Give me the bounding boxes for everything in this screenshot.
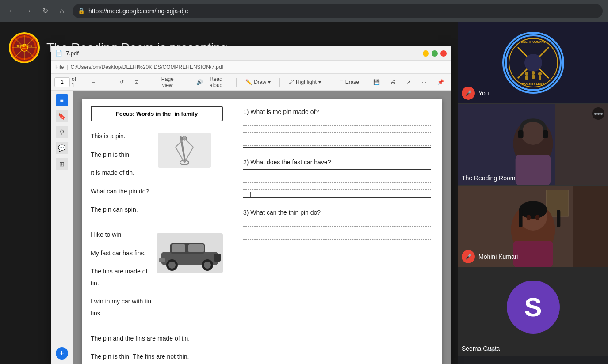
more-tools-button[interactable]: ⋯ <box>418 78 430 87</box>
svg-rect-26 <box>214 254 221 262</box>
url-text: https://meet.google.com/ing-xgja-dje <box>88 8 188 15</box>
forward-button[interactable]: → <box>22 5 34 17</box>
read-aloud-button[interactable]: 🔊 Read aloud <box>193 75 231 90</box>
answer-line-q3-solid-2 <box>243 248 431 248</box>
sidebar-page-view-icon[interactable]: ≡ <box>56 94 68 106</box>
mic-off-icon-mohini: 🎤 <box>465 254 472 260</box>
svg-rect-27 <box>159 258 165 262</box>
zoom-in-button[interactable]: + <box>102 78 112 87</box>
answer-line-q3-solid <box>243 220 431 220</box>
svg-rect-20 <box>188 244 204 252</box>
poem-paragraph-1: This is a pin. The pin is thin. It is ma… <box>91 130 149 222</box>
sidebar-bookmark-icon[interactable]: 🔖 <box>56 110 68 122</box>
svg-point-37 <box>532 71 535 75</box>
seema-avatar: S <box>507 281 560 334</box>
read-aloud-icon: 🔊 <box>196 79 203 85</box>
mic-off-icon-you: 🎤 <box>465 90 472 96</box>
highlight-button[interactable]: 🖊 Highlight ▾ <box>285 78 325 87</box>
maximize-button[interactable] <box>432 50 438 57</box>
svg-line-13 <box>184 138 193 147</box>
erase-icon: ◻ <box>339 79 344 85</box>
svg-text:HOCKEY LEGS: HOCKEY LEGS <box>522 82 544 85</box>
meet-layout: THE READING ROOM The Reading Room is pre… <box>0 22 458 364</box>
participant-tile-seema: S Seema Gupta <box>458 267 608 356</box>
page-number-input[interactable] <box>54 77 70 87</box>
question-3-text: 3) What can the thin pin do? <box>243 209 431 216</box>
poem-line-10: The pin and the fins are made of tin. <box>91 333 223 345</box>
sidebar-add-button[interactable]: + <box>56 347 68 360</box>
poem-line-8: The fins are made of tin. <box>91 265 152 289</box>
svg-text:ONE THOUSAND: ONE THOUSAND <box>520 40 546 43</box>
file-label: File <box>55 64 64 70</box>
pdf-viewer: 📄 7.pdf File | C:/Users/om/Desktop/DELHI… <box>51 46 451 364</box>
home-button[interactable]: ⌂ <box>56 5 68 17</box>
pdf-icon: 📄 <box>55 50 62 57</box>
poem-line-4: What can the pin do? <box>91 186 149 197</box>
rotate-button[interactable]: ↺ <box>116 78 127 87</box>
doc-left-panel: Focus: Words in the -in family This is a… <box>82 99 232 364</box>
print-button[interactable]: 🖨 <box>387 78 399 87</box>
answer-line-q3-dot-1 <box>243 221 431 227</box>
sidebar-layers-icon[interactable]: ⊞ <box>56 158 68 170</box>
pin-button[interactable]: 📌 <box>434 78 447 87</box>
answer-line-q2-dot-3 <box>243 184 431 190</box>
participants-panel: ONE THOUSAND HOCKEY LEGS 🎤 <box>458 22 608 364</box>
page-of-label: of 1 <box>72 76 77 88</box>
answer-line-q1-dot-4 <box>243 140 431 146</box>
answer-line-q3-dot-2 <box>243 228 431 233</box>
svg-rect-46 <box>518 130 524 138</box>
pdf-page: Focus: Words in the -in family This is a… <box>73 91 451 364</box>
back-button[interactable]: ← <box>5 5 18 17</box>
poem-line-3: It is made of tin. <box>91 167 149 179</box>
poem-line-11: The pin is thin. The fins are not thin. <box>91 351 223 363</box>
answer-line-q3-dot-4 <box>243 241 431 246</box>
svg-rect-40 <box>539 76 541 80</box>
fit-button[interactable]: ⊡ <box>131 78 142 87</box>
svg-rect-60 <box>513 240 553 267</box>
svg-rect-47 <box>543 130 548 138</box>
reading-room-video <box>458 104 608 185</box>
svg-point-58 <box>527 215 531 220</box>
pdf-titlebar-left: 📄 7.pdf <box>55 50 79 57</box>
answer-line-q1-solid <box>243 119 431 119</box>
close-button[interactable] <box>440 50 447 57</box>
toolbar-separator-3 <box>187 78 187 87</box>
options-button-seema[interactable] <box>487 349 496 351</box>
answer-line-q2-solid <box>243 169 431 170</box>
poem-line-1: This is a pin. <box>91 130 149 142</box>
svg-point-35 <box>525 72 528 76</box>
svg-point-39 <box>538 72 542 76</box>
zoom-out-button[interactable]: − <box>88 78 99 87</box>
erase-button[interactable]: ◻ Erase <box>336 78 363 87</box>
sidebar-comment-icon[interactable]: 💬 <box>56 142 68 154</box>
address-bar[interactable]: 🔒 https://meet.google.com/ing-xgja-dje <box>73 4 603 18</box>
meet-logo: THE READING ROOM <box>9 32 40 63</box>
participant-name-you: You <box>478 90 489 97</box>
svg-line-14 <box>184 147 193 163</box>
toolbar-separator-6 <box>330 78 330 87</box>
draw-button[interactable]: ✏️ Draw ▾ <box>242 78 274 87</box>
minimize-button[interactable] <box>423 50 429 57</box>
pin-image <box>158 133 211 168</box>
options-button-reading-room[interactable] <box>592 107 604 120</box>
save-pdf-button[interactable]: 💾 <box>370 78 383 87</box>
refresh-button[interactable]: ↻ <box>39 5 51 17</box>
toolbar-separator-5 <box>279 78 280 87</box>
doc-right-panel: 1) What is the pin made of? 2) What does… <box>232 99 442 364</box>
share-button[interactable]: ↗ <box>403 78 414 87</box>
question-2: 2) What does the fast car have? | <box>243 159 431 198</box>
muted-badge-mohini: 🎤 <box>462 250 475 263</box>
page-view-button[interactable]: Page view <box>153 75 182 90</box>
svg-rect-51 <box>573 186 608 267</box>
svg-point-59 <box>535 215 539 220</box>
question-1-text: 1) What is the pin made of? <box>243 108 431 115</box>
sidebar-search-icon[interactable]: ⚲ <box>56 126 68 138</box>
toolbar-separator-1 <box>83 78 83 87</box>
svg-point-32 <box>524 54 542 72</box>
lock-icon: 🔒 <box>78 8 85 14</box>
participant-name-mohini: Mohini Kumari <box>478 253 518 260</box>
answer-line-q3-dot-3 <box>243 235 431 240</box>
toolbar-separator-2 <box>148 78 148 87</box>
svg-rect-57 <box>557 210 560 228</box>
svg-point-22 <box>168 262 176 269</box>
